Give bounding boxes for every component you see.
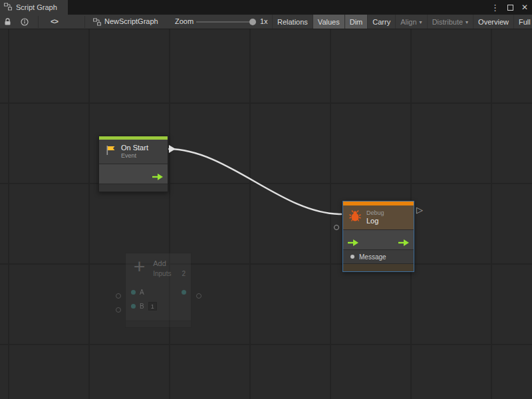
dim-button[interactable]: Dim: [344, 15, 368, 29]
close-icon[interactable]: ✕: [521, 3, 528, 12]
window-menu-icon[interactable]: ⋮: [491, 3, 499, 13]
zoom-value: 1x: [260, 17, 268, 25]
zoom-slider[interactable]: [196, 21, 253, 23]
zoom-label: Zoom: [175, 17, 194, 25]
flag-icon: [104, 144, 116, 159]
carry-button[interactable]: Carry: [367, 15, 395, 29]
inputs-count-row: Inputs 2: [153, 270, 186, 277]
zoom-slider-knob[interactable]: [249, 19, 256, 25]
maximize-icon[interactable]: [507, 5, 513, 11]
lock-icon[interactable]: [4, 18, 11, 27]
unconnected-flow-port-triangle[interactable]: ▷: [416, 205, 423, 214]
inputs-label: Inputs: [153, 270, 171, 277]
overview-button[interactable]: Overview: [473, 15, 513, 29]
on-start-port-row: [99, 164, 168, 184]
node-footer: [99, 184, 168, 192]
add-node-dimmed-group: + Add Inputs 2 A B: [114, 253, 205, 332]
relations-button[interactable]: Relations: [272, 15, 313, 29]
node-title: On Start: [121, 144, 148, 152]
bug-icon: [348, 209, 362, 225]
input-b-ring[interactable]: [116, 307, 121, 313]
chevron-down-icon: ▾: [466, 19, 468, 25]
output-ring[interactable]: [196, 293, 201, 299]
code-view-icon[interactable]: <>: [51, 17, 58, 25]
flow-input-port-icon[interactable]: [348, 237, 358, 249]
titlebar: Script Graph ⋮ ✕: [0, 0, 532, 15]
message-port-row: Message: [343, 249, 414, 263]
flow-output-port-icon[interactable]: [152, 171, 163, 183]
info-icon[interactable]: [21, 18, 29, 27]
chevron-down-icon: ▾: [420, 19, 422, 25]
connected-flow-port-triangle[interactable]: [169, 145, 176, 153]
window-controls: ⋮ ✕: [491, 0, 528, 15]
message-port-label: Message: [359, 253, 386, 261]
fullscreen-button[interactable]: Full S: [513, 15, 532, 29]
graph-canvas[interactable]: On Start Event: [0, 29, 532, 399]
node-footer: [343, 263, 414, 271]
port-b-value-field[interactable]: 1: [148, 302, 157, 311]
message-port-icon[interactable]: [350, 255, 354, 259]
debug-log-node[interactable]: Debug Log: [342, 201, 414, 272]
node-title: Add: [153, 259, 186, 267]
on-start-header: On Start Event: [99, 140, 168, 164]
message-input-ring[interactable]: [334, 225, 339, 230]
add-node-header: + Add Inputs 2: [126, 253, 191, 277]
plus-icon: +: [131, 257, 148, 276]
output-port-icon[interactable]: [182, 290, 186, 295]
port-b-label: B: [140, 303, 144, 310]
graph-toolbar: <> NewScriptGraph Zoom 1x Relations Valu…: [0, 15, 532, 29]
distribute-dropdown[interactable]: Distribute▾: [427, 15, 473, 29]
script-graph-icon: [4, 3, 12, 12]
port-a-label: A: [140, 289, 144, 296]
node-footer: [126, 321, 191, 327]
debug-log-flow-row: [343, 229, 414, 249]
toolbar-buttons: Relations Values Dim Carry Align▾ Distri…: [272, 15, 532, 29]
node-title: Log: [366, 217, 384, 225]
input-port-b-icon[interactable]: [131, 304, 136, 309]
input-a-ring[interactable]: [116, 293, 121, 299]
add-node[interactable]: + Add Inputs 2 A B: [125, 253, 192, 328]
align-dropdown[interactable]: Align▾: [395, 15, 426, 29]
graph-asset-icon: [93, 18, 101, 27]
script-graph-window: Script Graph ⋮ ✕ <>: [0, 0, 532, 399]
tab-label: Script Graph: [16, 3, 57, 11]
node-subtitle: Event: [121, 152, 148, 160]
port-row-b: B 1: [126, 299, 191, 313]
on-start-node[interactable]: On Start Event: [98, 136, 168, 192]
connection-wire[interactable]: [0, 29, 532, 399]
graph-name-breadcrumb[interactable]: NewScriptGraph: [104, 17, 158, 25]
values-button[interactable]: Values: [313, 15, 344, 29]
toolbar-separator: [84, 16, 85, 28]
inputs-count-value[interactable]: 2: [182, 270, 186, 277]
tab-script-graph[interactable]: Script Graph: [0, 0, 68, 15]
flow-output-port-icon[interactable]: [398, 237, 409, 249]
input-port-a-icon[interactable]: [131, 290, 136, 295]
port-row-a: A: [126, 285, 191, 299]
debug-log-header: Debug Log: [343, 205, 414, 229]
toolbar-separator: [38, 16, 39, 28]
node-category: Debug: [366, 209, 384, 217]
